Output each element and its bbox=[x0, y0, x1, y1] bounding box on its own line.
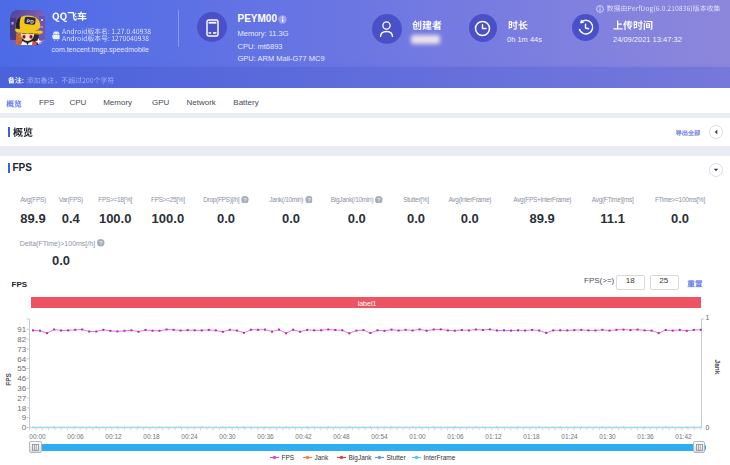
svg-text:Stutter: Stutter bbox=[387, 454, 407, 461]
svg-text:Jank: Jank bbox=[315, 454, 329, 461]
svg-text:FPS: FPS bbox=[282, 454, 295, 461]
svg-text:BigJank: BigJank bbox=[349, 454, 373, 462]
svg-text:InterFrame: InterFrame bbox=[424, 454, 456, 461]
